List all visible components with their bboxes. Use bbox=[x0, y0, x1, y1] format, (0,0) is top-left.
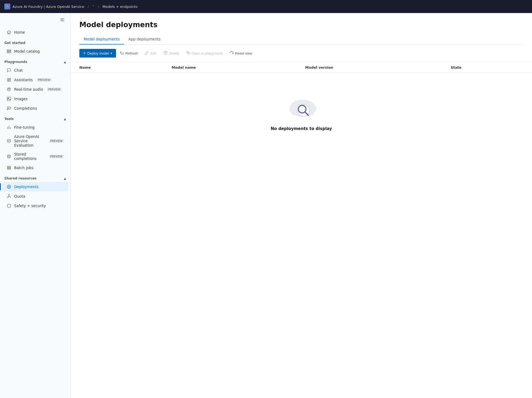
sidebar-item-model-catalog[interactable]: Model catalog bbox=[2, 47, 68, 56]
completions-label: Completions bbox=[14, 106, 37, 110]
svg-rect-2 bbox=[61, 18, 64, 19]
fine-tuning-label: Fine-tuning bbox=[14, 125, 35, 129]
deployments-icon bbox=[7, 184, 11, 189]
sidebar-item-deployments[interactable]: Deployments bbox=[2, 182, 68, 191]
tab-model-deployments[interactable]: Model deployments bbox=[79, 34, 124, 45]
sidebar-item-safety-security[interactable]: Safety + security bbox=[2, 201, 68, 210]
sidebar-item-quota[interactable]: Quota bbox=[2, 192, 68, 201]
sidebar-item-batch-jobs[interactable]: Batch jobs bbox=[2, 163, 68, 172]
model-catalog-label: Model catalog bbox=[14, 49, 40, 53]
col-state: State bbox=[442, 62, 532, 73]
chat-icon bbox=[7, 68, 11, 73]
batch-jobs-label: Batch jobs bbox=[14, 166, 33, 170]
sidebar-collapse-button[interactable] bbox=[59, 16, 66, 24]
images-label: Images bbox=[14, 97, 27, 101]
sidebar-item-home-label: Home bbox=[14, 30, 25, 34]
svg-rect-6 bbox=[7, 51, 11, 52]
evaluation-icon bbox=[7, 138, 11, 143]
chat-label: Chat bbox=[14, 68, 23, 72]
sidebar-item-azure-openai-eval[interactable]: Azure OpenAI Service Evaluation PREVIEW bbox=[2, 132, 68, 150]
tools-chevron: ▲ bbox=[64, 118, 66, 121]
svg-point-21 bbox=[8, 155, 10, 156]
stored-completions-preview-badge: PREVIEW bbox=[49, 155, 64, 158]
app-layout: Home Get started Model catalog Playgroun… bbox=[0, 13, 532, 398]
breadcrumb-current: Models + endpoints bbox=[102, 5, 137, 9]
sidebar-item-completions[interactable]: Completions bbox=[2, 104, 68, 113]
svg-rect-11 bbox=[9, 80, 11, 81]
sidebar-item-chat[interactable]: Chat bbox=[2, 66, 68, 75]
reset-view-button[interactable]: Reset view bbox=[227, 49, 255, 58]
breadcrumb-icon: ⌃ bbox=[92, 5, 95, 8]
deploy-model-button[interactable]: + Deploy model ▾ bbox=[79, 49, 116, 58]
col-model-name: Model name bbox=[163, 62, 297, 73]
realtime-audio-icon bbox=[7, 87, 11, 92]
sidebar-item-home[interactable]: Home bbox=[2, 28, 68, 37]
svg-rect-29 bbox=[164, 52, 167, 54]
delete-button[interactable]: Delete bbox=[161, 49, 182, 58]
col-name: Name bbox=[71, 62, 163, 73]
topbar-separator-2: / bbox=[98, 5, 99, 9]
edit-button[interactable]: Edit bbox=[142, 49, 159, 58]
reset-view-icon bbox=[230, 51, 234, 56]
quota-icon bbox=[7, 194, 11, 199]
col-model-version: Model version bbox=[296, 62, 442, 73]
app-name: Azure AI Foundry | Azure OpenAI Service bbox=[12, 5, 84, 9]
refresh-button[interactable]: Refresh bbox=[117, 49, 141, 58]
svg-rect-10 bbox=[7, 80, 9, 81]
app-logo bbox=[4, 4, 10, 10]
refresh-icon bbox=[120, 51, 124, 56]
quota-label: Quota bbox=[14, 194, 25, 198]
batch-jobs-icon bbox=[7, 165, 11, 170]
assistants-preview-badge: PREVIEW bbox=[37, 78, 52, 82]
table-container: Name Model name Model version State bbox=[71, 62, 532, 398]
stored-completions-label: Stored completions bbox=[14, 152, 45, 161]
table-header-row: Name Model name Model version State bbox=[71, 62, 532, 73]
svg-rect-7 bbox=[7, 52, 11, 53]
svg-rect-18 bbox=[7, 140, 11, 142]
page-title: Model deployments bbox=[79, 21, 523, 29]
assistants-icon bbox=[7, 77, 11, 82]
section-shared-resources[interactable]: Shared resources ▲ bbox=[0, 173, 70, 182]
chevron-down-icon: ▾ bbox=[111, 52, 112, 55]
sidebar-item-realtime-audio[interactable]: Real-time audio PREVIEW bbox=[2, 85, 68, 94]
eval-preview-badge: PREVIEW bbox=[49, 139, 64, 143]
azure-openai-eval-label: Azure OpenAI Service Evaluation bbox=[14, 134, 45, 147]
page-header: Model deployments bbox=[71, 13, 532, 34]
tabs-container: Model deployments App deployments bbox=[79, 34, 523, 45]
sidebar-item-stored-completions[interactable]: Stored completions PREVIEW bbox=[2, 150, 68, 163]
sidebar: Home Get started Model catalog Playgroun… bbox=[0, 13, 71, 398]
safety-security-label: Safety + security bbox=[14, 204, 46, 208]
open-playground-icon bbox=[186, 51, 190, 56]
sidebar-item-images[interactable]: Images bbox=[2, 94, 68, 103]
edit-icon bbox=[145, 51, 149, 56]
open-in-playground-button[interactable]: Open in playground bbox=[183, 49, 225, 58]
stored-completions-icon bbox=[7, 154, 11, 159]
svg-point-25 bbox=[8, 186, 10, 188]
assistants-label: Assistants bbox=[14, 78, 33, 82]
svg-rect-8 bbox=[7, 78, 9, 80]
shared-resources-chevron: ▲ bbox=[64, 177, 66, 180]
empty-state-message: No deployments to display bbox=[271, 126, 332, 131]
svg-line-27 bbox=[8, 197, 9, 198]
plus-icon: + bbox=[83, 51, 86, 56]
section-playgrounds[interactable]: Playgrounds ▲ bbox=[0, 56, 70, 65]
images-icon bbox=[7, 96, 11, 101]
deployments-table: Name Model name Model version State bbox=[71, 62, 532, 73]
realtime-audio-preview-badge: PREVIEW bbox=[47, 88, 62, 91]
realtime-audio-label: Real-time audio bbox=[14, 87, 43, 91]
section-tools[interactable]: Tools ▲ bbox=[0, 113, 70, 122]
sidebar-item-fine-tuning[interactable]: Fine-tuning bbox=[2, 123, 68, 132]
svg-point-15 bbox=[8, 98, 9, 99]
svg-rect-4 bbox=[61, 21, 64, 21]
topbar-separator-1: / bbox=[87, 5, 89, 9]
sidebar-item-assistants[interactable]: Assistants PREVIEW bbox=[2, 75, 68, 84]
section-get-started: Get started bbox=[0, 37, 70, 46]
tab-app-deployments[interactable]: App deployments bbox=[124, 34, 165, 45]
empty-state-illustration bbox=[285, 95, 318, 122]
model-catalog-icon bbox=[7, 49, 11, 54]
svg-rect-3 bbox=[61, 20, 63, 20]
fine-tuning-icon bbox=[7, 125, 11, 130]
deployments-label: Deployments bbox=[14, 185, 39, 189]
topbar: Azure AI Foundry | Azure OpenAI Service … bbox=[0, 0, 532, 13]
svg-rect-24 bbox=[7, 169, 11, 169]
